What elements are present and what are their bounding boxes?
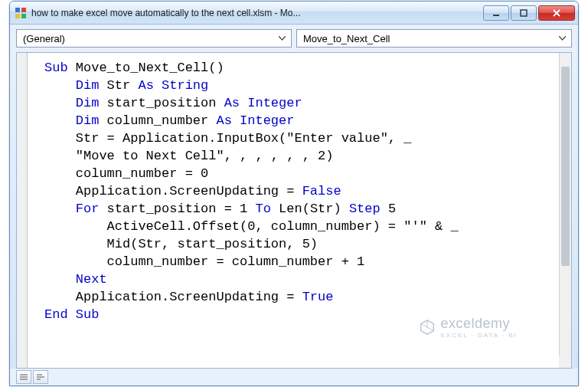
svg-rect-1 [21, 8, 26, 12]
window-title: how to make excel move automatically to … [31, 8, 483, 18]
svg-rect-0 [15, 8, 20, 12]
code-editor[interactable]: Sub Move_to_Next_Cell() Dim Str As Strin… [16, 52, 572, 369]
minimize-button[interactable] [483, 5, 509, 21]
procedure-view-button[interactable] [16, 370, 31, 384]
chevron-down-icon [276, 30, 288, 47]
maximize-button[interactable] [511, 5, 537, 21]
full-module-view-button[interactable] [33, 370, 48, 384]
svg-rect-2 [15, 14, 20, 18]
procedure-dropdown-value: Move_to_Next_Cell [303, 33, 556, 44]
vba-editor-window: how to make excel move automatically to … [9, 1, 579, 386]
code-content[interactable]: Sub Move_to_Next_Cell() Dim Str As Strin… [28, 53, 559, 368]
object-dropdown-value: (General) [23, 33, 276, 44]
app-icon [15, 7, 27, 19]
titlebar: how to make excel move automatically to … [10, 2, 578, 25]
scrollbar-thumb[interactable] [561, 67, 570, 266]
window-buttons [483, 5, 575, 21]
vertical-scrollbar[interactable] [559, 53, 571, 356]
view-mode-bar [10, 369, 578, 385]
object-dropdown[interactable]: (General) [16, 29, 292, 48]
svg-rect-5 [521, 10, 527, 16]
code-gutter [17, 53, 28, 368]
scroll-corner [559, 356, 571, 368]
close-button[interactable] [538, 5, 575, 21]
object-proc-selectors: (General) Move_to_Next_Cell [10, 25, 578, 52]
procedure-dropdown[interactable]: Move_to_Next_Cell [296, 29, 572, 48]
svg-rect-3 [21, 14, 26, 18]
chevron-down-icon [556, 30, 568, 47]
